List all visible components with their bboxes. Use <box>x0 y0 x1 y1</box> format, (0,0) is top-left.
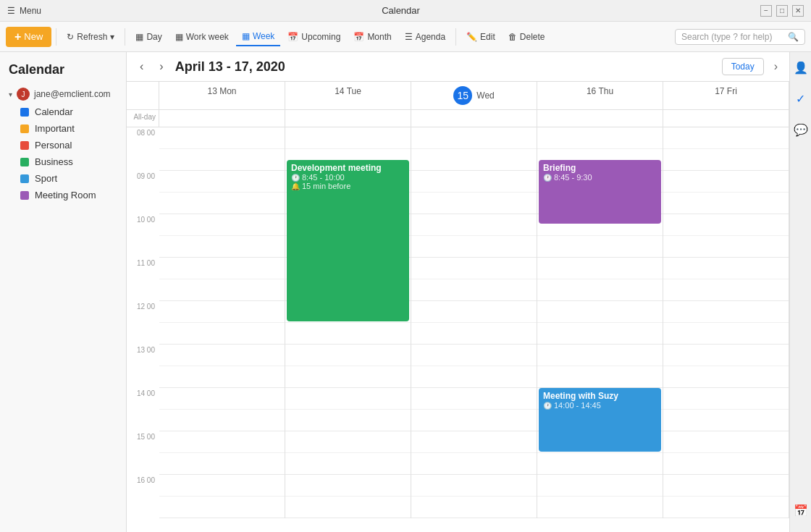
prev-button[interactable]: ‹ <box>135 59 148 75</box>
time-slot[interactable] <box>159 214 285 236</box>
time-slot[interactable] <box>411 410 537 431</box>
time-slot[interactable] <box>285 388 411 410</box>
minimize-button[interactable]: − <box>760 5 772 17</box>
time-slot[interactable] <box>663 388 789 410</box>
time-slot[interactable] <box>285 453 411 475</box>
today-button[interactable]: Today <box>722 58 764 75</box>
sidebar-item-meeting-room[interactable]: Meeting Room <box>0 187 126 203</box>
month-view-button[interactable]: 📅 Month <box>348 28 397 46</box>
time-slot[interactable] <box>411 323 537 345</box>
time-slot[interactable] <box>159 475 285 497</box>
time-slot[interactable] <box>663 431 789 453</box>
time-slot[interactable] <box>537 497 663 518</box>
time-slot[interactable] <box>663 127 789 149</box>
sidebar-item-business[interactable]: Business <box>0 153 126 170</box>
time-slot[interactable] <box>285 345 411 366</box>
time-slot[interactable] <box>663 149 789 171</box>
calendar-small-icon[interactable]: 📅 <box>791 501 811 520</box>
refresh-button[interactable]: ↻ Refresh ▾ <box>61 28 120 46</box>
sidebar-item-personal[interactable]: Personal <box>0 137 126 153</box>
time-slot[interactable] <box>285 366 411 388</box>
search-box[interactable]: Search (type ? for help) 🔍 <box>675 29 805 45</box>
time-slot[interactable] <box>663 366 789 388</box>
day-view-button[interactable]: ▦ Day <box>130 28 167 46</box>
sidebar-item-calendar[interactable]: Calendar <box>0 104 126 120</box>
time-slot[interactable] <box>411 497 537 518</box>
time-slot[interactable] <box>411 345 537 366</box>
sidebar-user[interactable]: ▾ J jane@emclient.com <box>0 85 126 104</box>
agenda-view-button[interactable]: ☰ Agenda <box>399 28 451 46</box>
time-slot[interactable] <box>411 453 537 475</box>
time-slot[interactable] <box>411 149 537 171</box>
time-slot[interactable] <box>159 323 285 345</box>
time-slot[interactable] <box>537 279 663 301</box>
time-slot[interactable] <box>537 127 663 149</box>
time-slot[interactable] <box>285 431 411 453</box>
time-slot[interactable] <box>663 497 789 518</box>
time-slot[interactable] <box>537 323 663 345</box>
time-slot[interactable] <box>411 127 537 149</box>
time-slot[interactable] <box>285 127 411 149</box>
time-slot[interactable] <box>411 366 537 388</box>
time-slot[interactable] <box>411 214 537 236</box>
time-slot[interactable] <box>663 475 789 497</box>
time-slot[interactable] <box>663 345 789 366</box>
tasks-icon[interactable]: ✓ <box>793 89 808 109</box>
time-slot[interactable] <box>411 258 537 279</box>
time-slot[interactable] <box>159 301 285 323</box>
chat-icon[interactable]: 💬 <box>791 120 811 140</box>
time-slot[interactable] <box>663 410 789 431</box>
time-slot[interactable] <box>411 171 537 193</box>
delete-button[interactable]: 🗑 Delete <box>503 28 551 46</box>
time-slot[interactable] <box>159 410 285 431</box>
time-slot[interactable] <box>537 345 663 366</box>
time-slot[interactable] <box>411 279 537 301</box>
time-slot[interactable] <box>411 301 537 323</box>
time-slot[interactable] <box>537 366 663 388</box>
time-slot[interactable] <box>411 475 537 497</box>
workweek-view-button[interactable]: ▦ Work week <box>169 28 235 46</box>
time-slot[interactable] <box>537 301 663 323</box>
time-slot[interactable] <box>159 345 285 366</box>
time-slot[interactable] <box>159 279 285 301</box>
time-slot[interactable] <box>663 323 789 345</box>
time-slot[interactable] <box>159 193 285 214</box>
time-slot[interactable] <box>537 258 663 279</box>
time-slot[interactable] <box>159 366 285 388</box>
time-slot[interactable] <box>411 193 537 214</box>
time-slot[interactable] <box>159 388 285 410</box>
time-slot[interactable] <box>285 475 411 497</box>
time-slot[interactable] <box>159 171 285 193</box>
event-dev-meeting[interactable]: Development meeting🕐 8:45 - 10:00🔔 15 mi… <box>287 160 409 321</box>
close-button[interactable]: ✕ <box>792 5 804 17</box>
time-slot[interactable] <box>159 453 285 475</box>
time-slot[interactable] <box>663 214 789 236</box>
collapse-button[interactable]: › <box>771 59 781 75</box>
time-slot[interactable] <box>663 301 789 323</box>
contacts-icon[interactable]: 👤 <box>791 58 811 77</box>
time-slot[interactable] <box>285 323 411 345</box>
event-briefing[interactable]: Briefing🕐 8:45 - 9:30 <box>539 160 661 224</box>
time-slot[interactable] <box>411 236 537 258</box>
time-slot[interactable] <box>159 431 285 453</box>
sidebar-item-sport[interactable]: Sport <box>0 170 126 187</box>
edit-button[interactable]: ✏️ Edit <box>461 28 501 46</box>
time-slot[interactable] <box>537 453 663 475</box>
new-button[interactable]: + New <box>6 27 51 47</box>
time-slot[interactable] <box>411 388 537 410</box>
upcoming-view-button[interactable]: 📅 Upcoming <box>282 28 346 46</box>
time-slot[interactable] <box>159 497 285 518</box>
time-slot[interactable] <box>537 236 663 258</box>
next-button[interactable]: › <box>155 59 167 75</box>
time-slot[interactable] <box>663 171 789 193</box>
time-slot[interactable] <box>411 431 537 453</box>
time-slot[interactable] <box>159 258 285 279</box>
time-slot[interactable] <box>159 127 285 149</box>
time-slot[interactable] <box>663 236 789 258</box>
time-slot[interactable] <box>663 193 789 214</box>
time-slot[interactable] <box>663 279 789 301</box>
time-slot[interactable] <box>537 475 663 497</box>
time-slot[interactable] <box>159 149 285 171</box>
event-meeting-suzy[interactable]: Meeting with Suzy🕐 14:00 - 14:45 <box>539 388 661 452</box>
maximize-button[interactable]: □ <box>776 5 788 17</box>
